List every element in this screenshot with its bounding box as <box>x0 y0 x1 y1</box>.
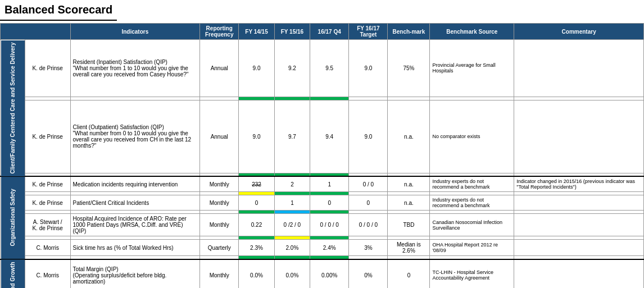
lead-cell: K. de Prinse <box>25 40 70 97</box>
header-fy1415: FY 14/15 <box>239 24 274 40</box>
lead-cell: K. de Prinse <box>25 100 70 173</box>
lead-cell: C. Morris <box>25 240 70 256</box>
fy1516-cell: 0 /2 / 0 <box>274 214 310 236</box>
header-indicators: Indicators <box>70 24 200 40</box>
frequency-cell: Monthly <box>200 259 239 289</box>
q4-cell: 9.5 <box>310 40 349 97</box>
lead-cell: A. Stewart / K. de Prinse <box>25 214 70 236</box>
fy1516-cell: 9.2 <box>274 40 310 97</box>
indicator-cell: Sick time hrs as (% of Total Worked Hrs) <box>70 240 200 256</box>
frequency-cell: Annual <box>200 100 239 173</box>
fy1415-cell: 232 <box>239 176 274 192</box>
table-row: C. MorrisSick time hrs as (% of Total Wo… <box>1 240 644 256</box>
fy1415-cell: 0.22 <box>239 214 274 236</box>
lead-cell: C. Morris <box>25 259 70 289</box>
q4-cell: 0 <box>310 195 349 211</box>
category-cell: Organizational Efficiency and Growth <box>1 259 25 289</box>
category-cell: Client/Family Centered Care and Service … <box>1 40 25 177</box>
q4-cell: 0 / 0 / 0 <box>310 214 349 236</box>
benchmark-cell: n.a. <box>388 100 430 173</box>
header-empty <box>1 24 71 40</box>
target-cell: 0 / 0 <box>349 176 388 192</box>
fy1415-cell: 9.0 <box>239 100 274 173</box>
fy1516-cell: 2 <box>274 176 310 192</box>
table-row: Organizational Efficiency and GrowthC. M… <box>1 259 644 289</box>
commentary-cell <box>514 40 644 97</box>
commentary-cell <box>514 195 644 211</box>
q4-cell: 9.4 <box>310 100 349 173</box>
benchmark-cell: Median is 2.6% <box>388 240 430 256</box>
q4-cell: 2.4% <box>310 240 349 256</box>
indicator-cell: Resident (Inpatient) Satisfaction (QIP) … <box>70 40 200 97</box>
commentary-cell <box>514 100 644 173</box>
table-row: A. Stewart / K. de PrinseHospital Acquir… <box>1 214 644 236</box>
lead-cell: K. de Prinse <box>25 176 70 192</box>
header-q4: 16/17 Q4 <box>310 24 349 40</box>
table-row: Client/Family Centered Care and Service … <box>1 40 644 97</box>
frequency-cell: Monthly <box>200 214 239 236</box>
q4-cell: 1 <box>310 176 349 192</box>
fy1516-cell: 1 <box>274 195 310 211</box>
benchmark-source-cell: Provincial Average for Small Hospitals <box>430 40 514 97</box>
indicator-cell: Medication incidents requiring intervent… <box>70 176 200 192</box>
header-commentary: Commentary <box>514 24 644 40</box>
fy1415-cell: 0.0% <box>239 259 274 289</box>
table-row: K. de PrinseClient (Outpatient) Satisfac… <box>1 100 644 173</box>
frequency-cell: Monthly <box>200 176 239 192</box>
fy1516-cell: 9.7 <box>274 100 310 173</box>
title: Balanced Scorecard <box>0 0 117 21</box>
target-cell: 0 <box>349 195 388 211</box>
header-benchmark: Bench-mark <box>388 24 430 40</box>
fy1415-cell: 0 <box>239 195 274 211</box>
indicator-cell: Client (Outpatient) Satisfaction (QIP) "… <box>70 100 200 173</box>
indicator-cell: Total Margin (QIP) (Operating surplus/de… <box>70 259 200 289</box>
header-fy1516: FY 15/16 <box>274 24 310 40</box>
benchmark-source-cell: Canadian Nosocomial Infection Surveillan… <box>430 214 514 236</box>
benchmark-cell: 0 <box>388 259 430 289</box>
benchmark-source-cell: OHA Hospital Report 2012 re '08/09 <box>430 240 514 256</box>
table-row: Organizational SafetyK. de PrinseMedicat… <box>1 176 644 192</box>
category-cell: Organizational Safety <box>1 176 25 259</box>
benchmark-cell: n.a. <box>388 195 430 211</box>
table-header: Indicators Reporting Frequency FY 14/15 … <box>1 24 644 40</box>
fy1516-cell: 2.0% <box>274 240 310 256</box>
target-cell: 9.0 <box>349 40 388 97</box>
benchmark-cell: TBD <box>388 214 430 236</box>
benchmark-source-cell: Industry experts do not recommend a benc… <box>430 176 514 192</box>
benchmark-source-cell: Industry experts do not recommend a benc… <box>430 195 514 211</box>
target-cell: 3% <box>349 240 388 256</box>
commentary-cell: Indicator changed in 2015/16 (previous i… <box>514 176 644 192</box>
commentary-cell <box>514 214 644 236</box>
table-row: K. de PrinsePatient/Client Critical Inci… <box>1 195 644 211</box>
target-cell: 0 / 0 / 0 <box>349 214 388 236</box>
fy1415-cell: 9.0 <box>239 40 274 97</box>
header-reporting-freq: Reporting Frequency <box>200 24 239 40</box>
target-cell: 0% <box>349 259 388 289</box>
frequency-cell: Annual <box>200 40 239 97</box>
benchmark-cell: 75% <box>388 40 430 97</box>
frequency-cell: Monthly <box>200 195 239 211</box>
header-benchmark-source: Benchmark Source <box>430 24 514 40</box>
target-cell: 9.0 <box>349 100 388 173</box>
fy1516-cell: 0.0% <box>274 259 310 289</box>
q4-cell: 0.00% <box>310 259 349 289</box>
frequency-cell: Quarterly <box>200 240 239 256</box>
indicator-cell: Patient/Client Critical Incidents <box>70 195 200 211</box>
lead-cell: K. de Prinse <box>25 195 70 211</box>
indicator-cell: Hospital Acquired Incidence of ARO: Rate… <box>70 214 200 236</box>
benchmark-source-cell: No comparator exists <box>430 100 514 173</box>
header-target: FY 16/17 Target <box>349 24 388 40</box>
fy1415-cell: 2.3% <box>239 240 274 256</box>
benchmark-source-cell: TC-LHIN - Hospital Service Accountabilit… <box>430 259 514 289</box>
commentary-cell <box>514 240 644 256</box>
commentary-cell <box>514 259 644 289</box>
benchmark-cell: n.a. <box>388 176 430 192</box>
